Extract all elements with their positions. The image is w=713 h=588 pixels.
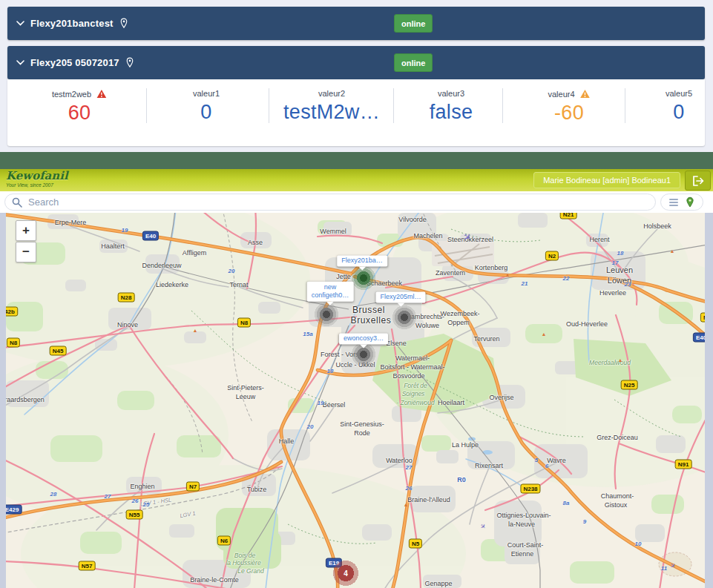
device-row-flexy201[interactable]: Flexy201banctest online	[7, 7, 705, 40]
tag-label: valeur4	[548, 89, 590, 99]
device-marker[interactable]	[314, 302, 339, 327]
logout-icon	[692, 176, 704, 186]
tag-value: 0	[666, 101, 692, 124]
value-column: testm2web60	[52, 79, 107, 125]
account-logo: Kewofanil Your View, since 2007	[6, 171, 68, 188]
chevron-down-icon[interactable]	[16, 21, 24, 26]
column-separator	[502, 88, 503, 123]
search-box[interactable]	[4, 194, 656, 211]
map-zoom-controls: + −	[16, 220, 36, 263]
marker-label-text: Flexy205ml…	[380, 293, 421, 301]
zoom-out-button[interactable]: −	[16, 242, 36, 262]
map-frame: + − Erpe-MereHaaltertDenderleeuwLiedeker…	[0, 213, 713, 588]
marker-label-bubble[interactable]: newconfigeth0…	[307, 282, 354, 302]
column-separator	[269, 88, 269, 123]
device-dashboard: Flexy201banctest online Flexy205 0507201…	[0, 0, 713, 152]
marker-label-text: ewoncosy3…	[344, 334, 384, 343]
marker-label-text: new	[312, 283, 349, 291]
column-separator	[393, 88, 394, 123]
tag-name: testm2web	[52, 90, 91, 99]
logo-tagline: Your View, since 2007	[6, 183, 68, 188]
view-toggle	[660, 194, 703, 211]
list-view-icon[interactable]	[669, 199, 678, 206]
value-column: valeur50	[666, 79, 692, 124]
marker-label-bubble[interactable]: Flexy205ml…	[375, 291, 425, 303]
map-canvas[interactable]: + − Erpe-MereHaaltertDenderleeuwLiedeker…	[6, 213, 705, 588]
value-column: valeur2testM2w…	[283, 79, 380, 124]
status-badge: online	[394, 53, 433, 72]
logo-text: Kewofanil	[6, 171, 68, 182]
tag-name: valeur3	[438, 89, 464, 98]
map-view-pin-icon[interactable]	[686, 196, 694, 208]
zoom-in-button[interactable]: +	[16, 220, 36, 241]
tag-value: -60	[548, 102, 590, 125]
logout-button[interactable]	[685, 171, 711, 191]
tag-name: valeur1	[193, 89, 220, 98]
tag-value: 0	[193, 101, 220, 124]
divider-band	[0, 152, 713, 171]
location-pin-icon[interactable]	[119, 18, 128, 29]
user-menu[interactable]: Marie Bodineau [admin] Bodineau1	[533, 172, 680, 188]
marker-label-text: Flexy201ba…	[341, 257, 383, 265]
value-column: valeur4-60	[548, 79, 590, 125]
marker-label-text: configeth0…	[312, 291, 349, 300]
search-toolbar	[0, 191, 713, 214]
device-row-flexy205[interactable]: Flexy205 05072017 online	[7, 46, 705, 79]
tag-label: valeur5	[666, 89, 692, 98]
search-input[interactable]	[27, 196, 655, 208]
chevron-down-icon[interactable]	[16, 60, 24, 65]
tag-name: valeur5	[666, 89, 692, 98]
warning-icon	[580, 89, 591, 99]
tag-label: valeur2	[283, 89, 380, 98]
column-separator	[625, 88, 625, 123]
warning-icon	[96, 89, 107, 99]
tag-label: valeur1	[193, 89, 220, 98]
tag-value: testM2w…	[283, 101, 380, 124]
column-separator	[146, 88, 147, 123]
tag-label: valeur3	[430, 89, 473, 98]
status-badge: online	[394, 14, 433, 33]
device-name: Flexy201banctest	[30, 18, 114, 29]
device-name: Flexy205 05072017	[30, 57, 119, 68]
cluster-count: 4	[344, 569, 348, 578]
value-column: valeur10	[193, 79, 220, 124]
tag-values-panel: testm2web60valeur10valeur2testM2w…valeur…	[7, 79, 705, 146]
tag-value: 60	[52, 102, 107, 125]
cluster-marker[interactable]: 4	[331, 558, 361, 588]
marker-label-bubble[interactable]: ewoncosy3…	[339, 333, 388, 344]
tag-name: valeur4	[548, 90, 574, 99]
location-pin-icon[interactable]	[125, 57, 134, 68]
device-marker[interactable]	[392, 305, 417, 330]
value-column: valeur3false	[430, 79, 473, 124]
search-icon	[12, 197, 22, 208]
marker-label-bubble[interactable]: Flexy201ba…	[337, 255, 387, 266]
tag-label: testm2web	[52, 89, 107, 99]
tag-value: false	[430, 101, 473, 124]
app-header: Kewofanil Your View, since 2007 Marie Bo…	[0, 169, 713, 191]
tag-name: valeur2	[318, 89, 345, 98]
